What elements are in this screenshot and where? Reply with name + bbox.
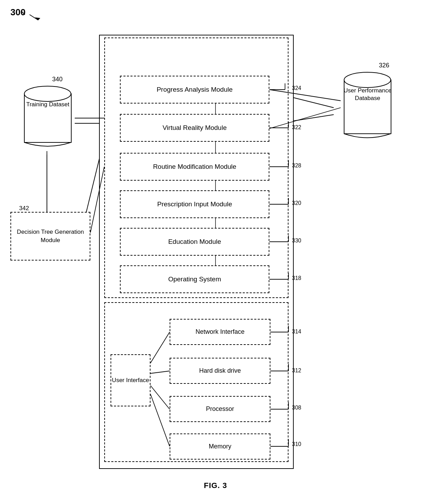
training-dataset-label: Training Dataset — [21, 101, 75, 108]
routine-modification-module: Routine Modification Module — [120, 153, 269, 181]
user-performance-db-label: User Performance Database — [341, 87, 395, 102]
svg-point-32 — [344, 72, 391, 88]
memory-module: Memory — [170, 433, 270, 460]
ref-310: 310 — [292, 441, 301, 447]
hard-disk-module: Hard disk drive — [170, 358, 270, 384]
ref-318: 318 — [292, 275, 301, 281]
diagram-container: 300 ↘ Software Components Progress Analy… — [0, 0, 431, 504]
ref-312: 312 — [292, 367, 301, 374]
ref-314: 314 — [292, 329, 301, 335]
ref-322: 322 — [292, 124, 301, 131]
virtual-reality-module: Virtual Reality Module — [120, 114, 269, 142]
svg-marker-1 — [35, 17, 40, 20]
decision-tree-module: Decision Tree Generation Module — [10, 212, 90, 261]
ref-308: 308 — [292, 405, 301, 411]
ref-320: 320 — [292, 200, 301, 206]
user-performance-db-cylinder — [341, 69, 395, 145]
ref-340: 340 — [52, 76, 63, 83]
processor-module: Processor — [170, 396, 270, 422]
progress-analysis-module: Progress Analysis Module — [120, 76, 269, 104]
operating-system-module: Operating System — [120, 265, 269, 293]
arrow-indicator: ↘ — [21, 10, 25, 16]
figure-label: FIG. 3 — [204, 481, 227, 490]
ref-328: 328 — [292, 163, 301, 169]
svg-line-0 — [30, 15, 38, 20]
ref-330: 330 — [292, 238, 301, 244]
ref-326: 326 — [379, 62, 389, 69]
education-module: Education Module — [120, 228, 269, 256]
ref-342: 342 — [19, 205, 29, 212]
training-dataset-cylinder — [21, 83, 75, 151]
prescription-input-module: Prescription Input Module — [120, 190, 269, 218]
ref-324: 324 — [292, 85, 301, 91]
network-interface-module: Network Interface — [170, 319, 270, 345]
svg-point-30 — [24, 86, 71, 101]
user-interface-box: User Interface — [111, 354, 151, 406]
